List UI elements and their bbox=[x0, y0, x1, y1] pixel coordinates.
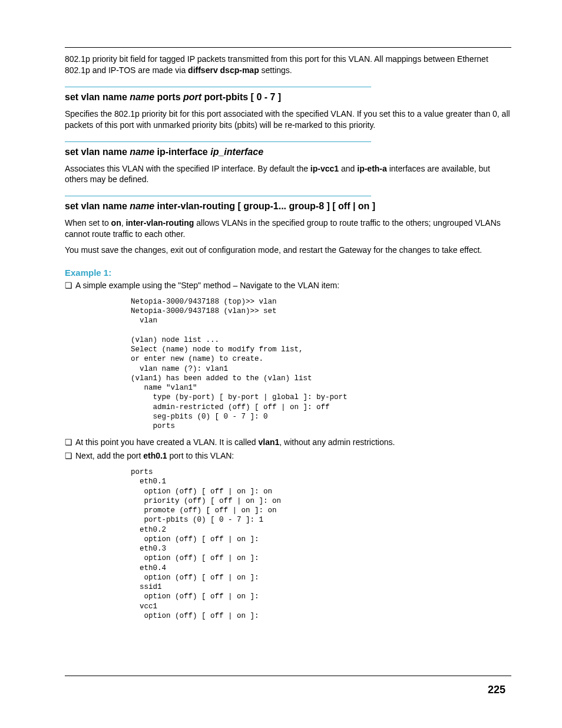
heading-text: port-pbits [ 0 - 7 ] bbox=[201, 92, 281, 102]
heading-ital: ip_interface bbox=[210, 147, 263, 157]
body-text: Associates this VLAN with the specified … bbox=[65, 164, 310, 173]
section-body: Associates this VLAN with the specified … bbox=[65, 163, 511, 186]
heading-text: set vlan name bbox=[65, 92, 130, 102]
heading-ital: port bbox=[183, 92, 201, 102]
heading-text: set vlan name bbox=[65, 147, 130, 157]
body-bold: ip-vcc1 bbox=[310, 164, 339, 173]
section-body: You must save the changes, exit out of c… bbox=[65, 245, 511, 256]
body-bold: inter-vlan-routing bbox=[125, 218, 194, 228]
bullet-icon: ❏ bbox=[65, 450, 75, 462]
heading-ital: name bbox=[130, 201, 154, 211]
bullet-item: ❏A simple example using the "Step" metho… bbox=[65, 280, 511, 291]
section-rule bbox=[65, 196, 371, 196]
document-page: 802.1p priority bit field for tagged IP … bbox=[0, 0, 562, 728]
intro-text-b: settings. bbox=[259, 65, 292, 75]
bullet-text: , without any admin restrictions. bbox=[279, 437, 395, 447]
section-rule bbox=[65, 87, 371, 87]
intro-paragraph: 802.1p priority bit field for tagged IP … bbox=[65, 54, 511, 76]
section-body: Specifies the 802.1p priority bit for th… bbox=[65, 108, 511, 131]
section-heading-inter-vlan-routing: set vlan name name inter-vlan-routing [ … bbox=[65, 201, 511, 212]
heading-text: ip-interface bbox=[154, 147, 210, 157]
bullet-item: ❏At this point you have created a VLAN. … bbox=[65, 437, 511, 448]
bullet-text: A simple example using the "Step" method… bbox=[75, 281, 339, 290]
bullet-text: port to this VLAN: bbox=[167, 451, 234, 460]
body-text: and bbox=[339, 164, 357, 173]
heading-ital: name bbox=[130, 147, 154, 157]
heading-text: ports bbox=[154, 92, 183, 102]
bullet-icon: ❏ bbox=[65, 280, 75, 291]
intro-bold: diffserv dscp-map bbox=[188, 65, 259, 75]
bullet-icon: ❏ bbox=[65, 437, 75, 448]
bottom-rule bbox=[65, 676, 511, 676]
bullet-item: ❏Next, add the port eth0.1 port to this … bbox=[65, 450, 511, 462]
section-rule bbox=[65, 141, 371, 142]
section-heading-ip-interface: set vlan name name ip-interface ip_inter… bbox=[65, 147, 511, 157]
section-body: When set to on, inter-vlan-routing allow… bbox=[65, 218, 511, 240]
bullet-bold: vlan1 bbox=[259, 437, 280, 447]
body-text: When set to bbox=[65, 218, 111, 228]
bullet-bold: eth0.1 bbox=[143, 451, 167, 460]
code-block: Netopia-3000/9437188 (top)>> vlan Netopi… bbox=[131, 297, 511, 431]
heading-text: set vlan name bbox=[65, 201, 130, 211]
example-heading: Example 1: bbox=[65, 268, 511, 278]
bullet-text: Next, add the port bbox=[75, 451, 143, 460]
body-bold: on bbox=[111, 218, 121, 228]
heading-text: inter-vlan-routing [ group-1... group-8 … bbox=[154, 201, 375, 211]
code-block: ports eth0.1 option (off) [ off | on ]: … bbox=[131, 467, 511, 621]
bullet-text: At this point you have created a VLAN. I… bbox=[75, 437, 259, 447]
page-number: 225 bbox=[488, 684, 505, 696]
section-heading-port-pbits: set vlan name name ports port port-pbits… bbox=[65, 92, 511, 103]
body-bold: ip-eth-a bbox=[357, 164, 387, 173]
heading-ital: name bbox=[130, 92, 154, 102]
top-rule bbox=[65, 47, 511, 48]
